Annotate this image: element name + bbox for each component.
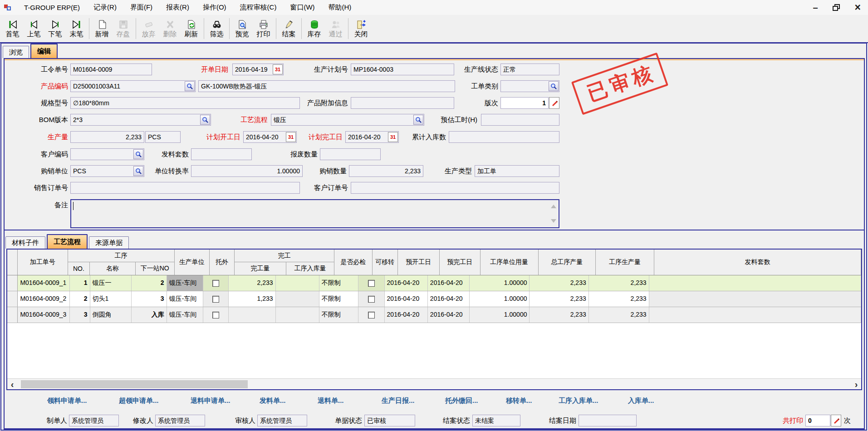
menu-flow-audit[interactable]: 流程审核(C) — [233, 0, 284, 15]
scroll-up-icon[interactable] — [551, 205, 556, 208]
cell-next[interactable]: 2 — [132, 275, 167, 291]
cell-unit[interactable]: 锻压-车间 — [167, 307, 203, 323]
first-record-button[interactable]: 首笔 — [2, 16, 23, 41]
open-date-field[interactable]: 2016-04-1931 — [232, 64, 284, 75]
link-return-doc[interactable]: 退料单... — [318, 397, 344, 405]
sale-qty-field[interactable]: 2,233 — [349, 165, 423, 177]
cell-order-no[interactable]: M01604-0009_3 — [18, 307, 69, 323]
cell-check[interactable]: 不限制 — [319, 291, 358, 307]
print-button[interactable]: 打印 — [253, 16, 274, 41]
cell-issue-sets[interactable] — [649, 307, 861, 323]
outsource-checkbox[interactable] — [212, 312, 219, 318]
menu-help[interactable]: 帮助(H) — [322, 0, 358, 15]
cell-issue-sets[interactable] — [649, 291, 861, 307]
prod-type-field[interactable]: 加工单 — [475, 165, 559, 177]
link-return-request[interactable]: 退料申请单... — [191, 397, 230, 405]
minimize-button[interactable]: – — [813, 2, 818, 13]
scroll-left-arrow[interactable]: ‹ — [7, 379, 17, 390]
version-picker-button[interactable] — [549, 97, 559, 109]
cell-in-qty[interactable] — [276, 275, 319, 291]
cell-pre-end[interactable]: 2016-04-20 — [428, 291, 470, 307]
remark-textarea[interactable] — [70, 199, 559, 228]
link-picking-request[interactable]: 领料申请单... — [47, 397, 87, 405]
bom-field[interactable]: 2*3 — [70, 114, 211, 126]
close-case-button[interactable]: 结案 — [278, 16, 299, 41]
cell-proc-output[interactable]: 2,233 — [589, 275, 649, 291]
cell-next[interactable]: 3 — [132, 291, 167, 307]
tab-edit[interactable]: 编辑 — [30, 44, 58, 58]
sale-order-field[interactable] — [70, 182, 300, 194]
outsource-checkbox[interactable] — [212, 280, 219, 287]
tab-materials[interactable]: 材料子件 — [5, 236, 45, 249]
link-process-in-doc[interactable]: 工序入库单... — [559, 397, 598, 405]
menu-operations[interactable]: 操作(O) — [196, 0, 233, 15]
lookup-button[interactable] — [185, 81, 195, 91]
cell-unit[interactable]: 锻压-车间 — [167, 275, 203, 291]
cell-total-output[interactable]: 2,233 — [530, 275, 588, 291]
scroll-down-icon[interactable] — [551, 219, 556, 223]
cell-done[interactable]: 1,233 — [229, 291, 275, 307]
transferable-checkbox[interactable] — [368, 296, 375, 303]
calendar-button[interactable]: 31 — [286, 132, 296, 142]
extra-info-field[interactable] — [351, 97, 454, 109]
qty-field[interactable]: 2,233 — [70, 131, 144, 143]
link-outsource-return[interactable]: 托外缴回... — [445, 397, 478, 405]
refresh-button[interactable]: 刷新 — [181, 16, 202, 41]
cell-pre-start[interactable]: 2016-04-20 — [385, 291, 428, 307]
menu-reports[interactable]: 报表(R) — [159, 0, 196, 15]
lookup-button[interactable] — [200, 115, 210, 125]
horizontal-scrollbar[interactable]: ‹ › — [7, 378, 861, 389]
line-status-field[interactable]: 正常 — [500, 64, 559, 75]
qty-unit-field[interactable]: PCS — [145, 131, 181, 143]
cell-check[interactable]: 不限制 — [319, 275, 358, 291]
product-code-field[interactable]: D250001003A11 — [70, 80, 196, 92]
scrap-qty-field[interactable] — [320, 148, 381, 160]
cell-total-output[interactable]: 2,233 — [530, 307, 588, 323]
link-in-doc[interactable]: 入库单... — [628, 397, 654, 405]
prev-record-button[interactable]: 上笔 — [23, 16, 44, 41]
cell-done[interactable]: 2,233 — [229, 275, 275, 291]
preview-button[interactable]: 预览 — [231, 16, 253, 41]
cell-no[interactable]: 3 — [70, 307, 90, 323]
new-button[interactable]: 新增 — [91, 16, 113, 41]
work-order-field[interactable]: M01604-0009 — [70, 64, 152, 75]
cell-order-no[interactable]: M01604-0009_1 — [18, 275, 69, 291]
cell-unit-usage[interactable]: 1.00000 — [470, 291, 530, 307]
cell-pre-end[interactable]: 2016-04-20 — [428, 307, 470, 323]
cell-in-qty[interactable] — [276, 307, 319, 323]
plan-no-field[interactable]: MP1604-0003 — [351, 64, 454, 75]
transferable-checkbox[interactable] — [368, 280, 375, 287]
cell-check[interactable]: 不限制 — [319, 307, 358, 323]
cell-issue-sets[interactable] — [649, 275, 861, 291]
menu-window[interactable]: 窗口(W) — [283, 0, 321, 15]
cell-unit-usage[interactable]: 1.00000 — [470, 307, 530, 323]
cell-proc-output[interactable]: 2,233 — [589, 291, 649, 307]
close-button[interactable]: × — [855, 2, 861, 13]
tab-source-docs[interactable]: 来源单据 — [89, 236, 129, 249]
spec-field[interactable]: ∅180*80mm — [70, 97, 300, 109]
cell-unit-usage[interactable]: 1.00000 — [470, 275, 530, 291]
print-count-button[interactable] — [831, 415, 841, 426]
issue-sets-field[interactable] — [191, 148, 252, 160]
est-hours-field[interactable] — [481, 114, 559, 126]
restore-button[interactable] — [833, 4, 840, 11]
customer-code-field[interactable] — [70, 148, 144, 160]
row-selector-cell[interactable] — [7, 291, 18, 307]
menu-records[interactable]: 记录(R) — [87, 0, 123, 15]
conv-rate-field[interactable]: 1.00000 — [191, 165, 303, 177]
inventory-button[interactable]: 库存 — [304, 16, 325, 41]
cell-total-output[interactable]: 2,233 — [530, 291, 588, 307]
next-record-button[interactable]: 下笔 — [44, 16, 66, 41]
cell-pre-start[interactable]: 2016-04-20 — [385, 307, 428, 323]
cell-pre-end[interactable]: 2016-04-20 — [428, 275, 470, 291]
lookup-button[interactable] — [133, 166, 143, 176]
print-count-field[interactable]: 0 — [805, 415, 830, 426]
exit-button[interactable]: 关闭 — [350, 16, 372, 41]
lookup-button[interactable] — [549, 81, 559, 91]
calendar-button[interactable]: 31 — [388, 132, 398, 142]
link-issue-doc[interactable]: 发料单... — [260, 397, 286, 405]
lookup-button[interactable] — [413, 115, 423, 125]
cust-order-field[interactable] — [351, 182, 559, 194]
menu-tgroup-erp[interactable]: T-GROUP ERP(E) — [17, 0, 87, 15]
cell-name[interactable]: 切头1 — [90, 291, 132, 307]
